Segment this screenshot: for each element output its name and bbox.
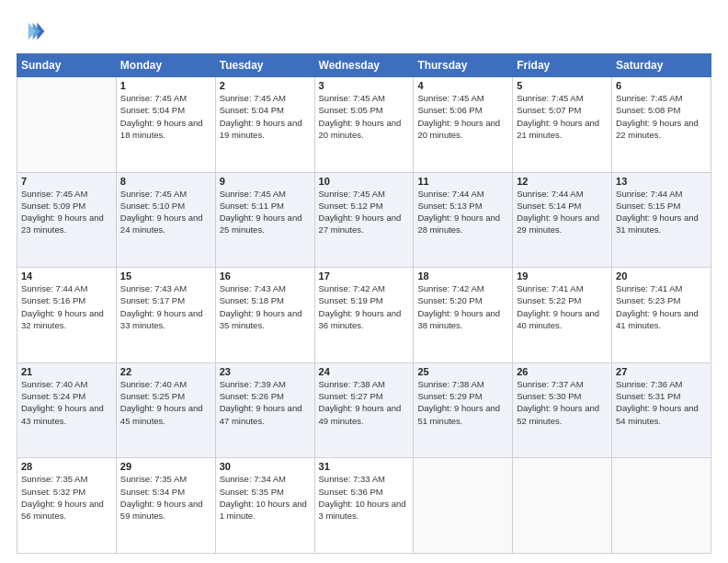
day-number: 16 [220, 270, 311, 282]
weekday-header-wednesday: Wednesday [314, 54, 414, 77]
day-number: 30 [220, 461, 311, 472]
day-info: Sunrise: 7:37 AMSunset: 5:30 PMDaylight:… [517, 378, 608, 427]
day-number: 3 [319, 80, 410, 91]
day-number: 4 [417, 80, 508, 91]
day-number: 25 [417, 366, 508, 377]
day-number: 28 [21, 461, 112, 472]
day-info: Sunrise: 7:41 AMSunset: 5:22 PMDaylight:… [517, 282, 608, 331]
day-number: 24 [319, 366, 410, 377]
day-info: Sunrise: 7:36 AMSunset: 5:31 PMDaylight:… [616, 378, 707, 427]
day-number: 2 [220, 80, 311, 91]
day-number: 8 [120, 176, 211, 187]
day-number: 22 [120, 366, 211, 377]
calendar-cell: 28Sunrise: 7:35 AMSunset: 5:32 PMDayligh… [17, 458, 117, 554]
day-number: 13 [616, 176, 707, 187]
week-row-4: 21Sunrise: 7:40 AMSunset: 5:24 PMDayligh… [17, 362, 711, 458]
calendar-cell: 8Sunrise: 7:45 AMSunset: 5:10 PMDaylight… [116, 172, 215, 268]
day-number: 10 [319, 176, 410, 187]
calendar-cell: 18Sunrise: 7:42 AMSunset: 5:20 PMDayligh… [414, 268, 513, 363]
day-info: Sunrise: 7:45 AMSunset: 5:11 PMDaylight:… [220, 188, 311, 236]
calendar-cell: 20Sunrise: 7:41 AMSunset: 5:23 PMDayligh… [612, 268, 711, 363]
day-info: Sunrise: 7:40 AMSunset: 5:25 PMDaylight:… [120, 378, 211, 427]
day-number: 6 [616, 80, 707, 91]
calendar-cell: 30Sunrise: 7:34 AMSunset: 5:35 PMDayligh… [215, 458, 314, 554]
week-row-3: 14Sunrise: 7:44 AMSunset: 5:16 PMDayligh… [17, 268, 711, 363]
header [17, 17, 711, 46]
weekday-header-friday: Friday [513, 54, 612, 77]
day-info: Sunrise: 7:45 AMSunset: 5:12 PMDaylight:… [319, 188, 410, 236]
page: SundayMondayTuesdayWednesdayThursdayFrid… [0, 0, 728, 563]
day-number: 18 [417, 270, 508, 282]
calendar-cell: 9Sunrise: 7:45 AMSunset: 5:11 PMDaylight… [215, 172, 314, 268]
calendar-cell [414, 458, 513, 554]
week-row-1: 1Sunrise: 7:45 AMSunset: 5:04 PMDaylight… [17, 77, 711, 173]
day-info: Sunrise: 7:35 AMSunset: 5:34 PMDaylight:… [120, 473, 211, 522]
day-info: Sunrise: 7:45 AMSunset: 5:06 PMDaylight:… [417, 92, 508, 141]
day-number: 29 [120, 461, 211, 472]
calendar-cell: 25Sunrise: 7:38 AMSunset: 5:29 PMDayligh… [414, 362, 513, 458]
weekday-header-sunday: Sunday [17, 54, 117, 77]
calendar-cell: 5Sunrise: 7:45 AMSunset: 5:07 PMDaylight… [513, 77, 612, 173]
day-info: Sunrise: 7:35 AMSunset: 5:32 PMDaylight:… [21, 473, 112, 522]
calendar-cell: 15Sunrise: 7:43 AMSunset: 5:17 PMDayligh… [116, 268, 215, 363]
weekday-header-row: SundayMondayTuesdayWednesdayThursdayFrid… [17, 54, 711, 77]
day-info: Sunrise: 7:43 AMSunset: 5:17 PMDaylight:… [120, 282, 211, 331]
calendar-cell: 14Sunrise: 7:44 AMSunset: 5:16 PMDayligh… [17, 268, 117, 363]
calendar-cell: 26Sunrise: 7:37 AMSunset: 5:30 PMDayligh… [513, 362, 612, 458]
day-info: Sunrise: 7:38 AMSunset: 5:27 PMDaylight:… [319, 378, 410, 427]
day-number: 7 [21, 176, 112, 187]
day-info: Sunrise: 7:45 AMSunset: 5:05 PMDaylight:… [319, 92, 410, 141]
calendar-cell: 21Sunrise: 7:40 AMSunset: 5:24 PMDayligh… [17, 362, 117, 458]
calendar-cell: 10Sunrise: 7:45 AMSunset: 5:12 PMDayligh… [314, 172, 414, 268]
weekday-header-tuesday: Tuesday [215, 54, 314, 77]
calendar-cell: 7Sunrise: 7:45 AMSunset: 5:09 PMDaylight… [17, 172, 117, 268]
week-row-5: 28Sunrise: 7:35 AMSunset: 5:32 PMDayligh… [17, 458, 711, 554]
day-number: 27 [616, 366, 707, 377]
day-number: 11 [417, 176, 508, 187]
calendar-cell: 19Sunrise: 7:41 AMSunset: 5:22 PMDayligh… [513, 268, 612, 363]
day-number: 17 [319, 270, 410, 282]
day-info: Sunrise: 7:44 AMSunset: 5:16 PMDaylight:… [21, 282, 112, 331]
day-info: Sunrise: 7:43 AMSunset: 5:18 PMDaylight:… [220, 282, 311, 331]
calendar-cell: 13Sunrise: 7:44 AMSunset: 5:15 PMDayligh… [612, 172, 711, 268]
calendar-cell: 22Sunrise: 7:40 AMSunset: 5:25 PMDayligh… [116, 362, 215, 458]
day-number: 12 [517, 176, 608, 187]
day-number: 1 [120, 80, 211, 91]
day-number: 26 [517, 366, 608, 377]
day-info: Sunrise: 7:38 AMSunset: 5:29 PMDaylight:… [417, 378, 508, 427]
day-info: Sunrise: 7:44 AMSunset: 5:13 PMDaylight:… [417, 188, 508, 236]
calendar-cell: 24Sunrise: 7:38 AMSunset: 5:27 PMDayligh… [314, 362, 414, 458]
logo [17, 17, 50, 46]
day-info: Sunrise: 7:42 AMSunset: 5:20 PMDaylight:… [417, 282, 508, 331]
calendar-cell: 1Sunrise: 7:45 AMSunset: 5:04 PMDaylight… [116, 77, 215, 173]
day-info: Sunrise: 7:33 AMSunset: 5:36 PMDaylight:… [319, 473, 410, 522]
weekday-header-monday: Monday [116, 54, 215, 77]
calendar-cell: 23Sunrise: 7:39 AMSunset: 5:26 PMDayligh… [215, 362, 314, 458]
day-info: Sunrise: 7:45 AMSunset: 5:07 PMDaylight:… [517, 92, 608, 141]
day-number: 31 [319, 461, 410, 472]
calendar-table: SundayMondayTuesdayWednesdayThursdayFrid… [17, 53, 711, 554]
day-number: 14 [21, 270, 112, 282]
calendar-cell [17, 77, 117, 173]
calendar-cell: 4Sunrise: 7:45 AMSunset: 5:06 PMDaylight… [414, 77, 513, 173]
calendar-cell [513, 458, 612, 554]
day-number: 21 [21, 366, 112, 377]
weekday-header-thursday: Thursday [414, 54, 513, 77]
calendar-cell: 2Sunrise: 7:45 AMSunset: 5:04 PMDaylight… [215, 77, 314, 173]
calendar-cell: 27Sunrise: 7:36 AMSunset: 5:31 PMDayligh… [612, 362, 711, 458]
day-number: 19 [517, 270, 608, 282]
day-number: 15 [120, 270, 211, 282]
week-row-2: 7Sunrise: 7:45 AMSunset: 5:09 PMDaylight… [17, 172, 711, 268]
day-number: 9 [220, 176, 311, 187]
day-info: Sunrise: 7:34 AMSunset: 5:35 PMDaylight:… [220, 473, 311, 522]
day-info: Sunrise: 7:40 AMSunset: 5:24 PMDaylight:… [21, 378, 112, 427]
day-info: Sunrise: 7:44 AMSunset: 5:14 PMDaylight:… [517, 188, 608, 236]
day-info: Sunrise: 7:45 AMSunset: 5:04 PMDaylight:… [220, 92, 311, 141]
calendar-cell: 12Sunrise: 7:44 AMSunset: 5:14 PMDayligh… [513, 172, 612, 268]
day-info: Sunrise: 7:45 AMSunset: 5:10 PMDaylight:… [120, 188, 211, 236]
calendar-cell: 29Sunrise: 7:35 AMSunset: 5:34 PMDayligh… [116, 458, 215, 554]
calendar-cell: 6Sunrise: 7:45 AMSunset: 5:08 PMDaylight… [612, 77, 711, 173]
logo-icon [17, 17, 46, 46]
day-info: Sunrise: 7:42 AMSunset: 5:19 PMDaylight:… [319, 282, 410, 331]
day-info: Sunrise: 7:45 AMSunset: 5:09 PMDaylight:… [21, 188, 112, 236]
